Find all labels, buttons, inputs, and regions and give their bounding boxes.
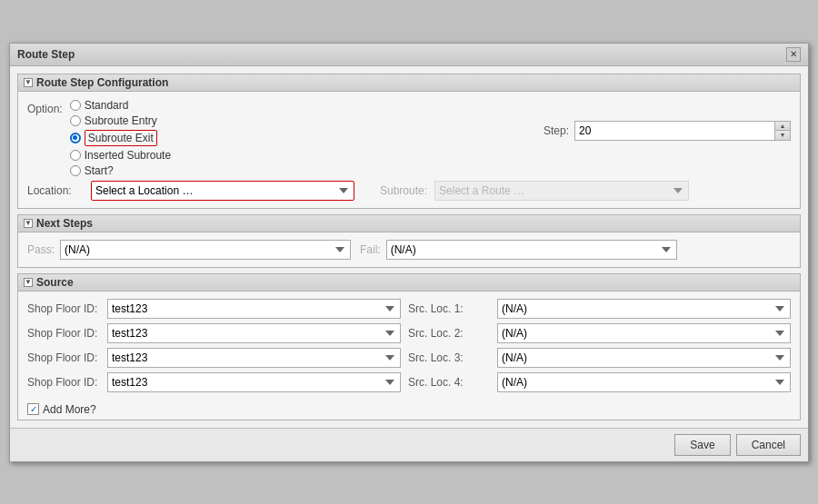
step-decrement-button[interactable]: ▼ [775, 131, 790, 140]
src-loc-select-1[interactable]: (N/A) [497, 299, 791, 319]
subroute-label: Subroute: [380, 184, 427, 197]
add-more-checkbox[interactable]: ✓ [27, 403, 39, 415]
source-collapse-icon[interactable]: ▼ [24, 278, 33, 287]
next-steps-title: Next Steps [36, 217, 93, 230]
cancel-button[interactable]: Cancel [736, 434, 801, 456]
pass-select[interactable]: (N/A) [60, 240, 351, 260]
radio-circle-standard [70, 100, 81, 111]
option-label: Option: [27, 99, 63, 115]
src-loc-select-3[interactable]: (N/A) [497, 348, 791, 368]
shop-floor-label-2: Shop Floor ID: [27, 327, 100, 340]
config-section: ▼ Route Step Configuration Option: Stand… [17, 74, 801, 209]
next-steps-body: Pass: (N/A) Fail: (N/A) [18, 232, 800, 267]
dialog-body: ▼ Route Step Configuration Option: Stand… [10, 66, 808, 428]
src-loc-label-4: Src. Loc. 4: [408, 376, 490, 389]
save-button[interactable]: Save [674, 434, 730, 456]
step-label: Step: [544, 124, 569, 137]
config-section-header: ▼ Route Step Configuration [18, 74, 800, 92]
radio-inserted-subroute[interactable]: Inserted Subroute [70, 149, 171, 162]
pass-group: Pass: (N/A) [27, 240, 351, 260]
shop-floor-select-3[interactable]: test123 [107, 348, 401, 368]
collapse-icon[interactable]: ▼ [24, 78, 33, 87]
next-steps-header: ▼ Next Steps [18, 215, 800, 232]
subroute-select[interactable]: Select a Route … [434, 181, 689, 201]
step-spinbox: 20 ▲ ▼ [574, 121, 791, 141]
step-input[interactable]: 20 [574, 121, 774, 141]
option-radio-group: Standard Subroute Entry Subroute Exit [70, 99, 171, 177]
footer: Save Cancel [10, 428, 808, 461]
radio-label-subroute-entry: Subroute Entry [85, 114, 157, 127]
radio-circle-subroute-exit [70, 133, 81, 143]
route-step-dialog: Route Step ✕ ▼ Route Step Configuration … [9, 43, 809, 462]
source-title: Source [36, 276, 74, 289]
dialog-title: Route Step [17, 48, 75, 61]
radio-label-standard: Standard [85, 99, 129, 112]
shop-floor-label-4: Shop Floor ID: [27, 376, 100, 389]
add-more-row: ✓ Add More? [18, 400, 800, 420]
shop-floor-label-3: Shop Floor ID: [27, 351, 100, 364]
close-button[interactable]: ✕ [786, 47, 801, 62]
step-spinbox-buttons: ▲ ▼ [774, 121, 791, 141]
location-row: Location: Select a Location … Subroute: … [27, 181, 791, 201]
location-label: Location: [27, 184, 84, 197]
pass-label: Pass: [27, 243, 55, 256]
source-body: Shop Floor ID: test123 Src. Loc. 1: (N/A… [18, 292, 800, 400]
shop-floor-select-1[interactable]: test123 [107, 299, 401, 319]
src-loc-label-2: Src. Loc. 2: [408, 327, 490, 340]
radio-label-subroute-exit: Subroute Exit [85, 130, 157, 146]
config-section-title: Route Step Configuration [36, 76, 168, 89]
fail-select[interactable]: (N/A) [386, 240, 677, 260]
source-grid: Shop Floor ID: test123 Src. Loc. 1: (N/A… [27, 299, 791, 392]
src-loc-select-4[interactable]: (N/A) [497, 372, 791, 392]
shop-floor-label-1: Shop Floor ID: [27, 302, 100, 315]
radio-label-inserted-subroute: Inserted Subroute [85, 149, 171, 162]
radio-circle-subroute-entry [70, 115, 81, 126]
radio-label-start: Start? [85, 164, 114, 177]
shop-floor-select-4[interactable]: test123 [107, 372, 401, 392]
radio-circle-start [70, 165, 81, 176]
step-increment-button[interactable]: ▲ [775, 122, 790, 131]
title-bar: Route Step ✕ [10, 44, 808, 66]
add-more-label: Add More? [43, 403, 96, 416]
radio-standard[interactable]: Standard [70, 99, 171, 112]
radio-start[interactable]: Start? [70, 164, 171, 177]
config-section-body: Option: Standard Subroute Entry [18, 92, 800, 208]
src-loc-label-1: Src. Loc. 1: [408, 302, 490, 315]
source-header: ▼ Source [18, 274, 800, 292]
fail-group: Fail: (N/A) [360, 240, 677, 260]
src-loc-label-3: Src. Loc. 3: [408, 351, 490, 364]
src-loc-select-2[interactable]: (N/A) [497, 323, 791, 343]
add-more-checkbox-item[interactable]: ✓ Add More? [27, 403, 96, 416]
next-steps-collapse-icon[interactable]: ▼ [24, 219, 33, 228]
source-section: ▼ Source Shop Floor ID: test123 Src. Loc… [17, 273, 801, 420]
radio-subroute-exit[interactable]: Subroute Exit [70, 130, 171, 146]
shop-floor-select-2[interactable]: test123 [107, 323, 401, 343]
radio-circle-inserted-subroute [70, 150, 81, 161]
subroute-area: Subroute: Select a Route … [380, 181, 689, 201]
location-select[interactable]: Select a Location … [91, 181, 354, 201]
fail-label: Fail: [360, 243, 381, 256]
radio-subroute-entry[interactable]: Subroute Entry [70, 114, 171, 127]
next-steps-section: ▼ Next Steps Pass: (N/A) Fail: (N/A) [17, 214, 801, 268]
